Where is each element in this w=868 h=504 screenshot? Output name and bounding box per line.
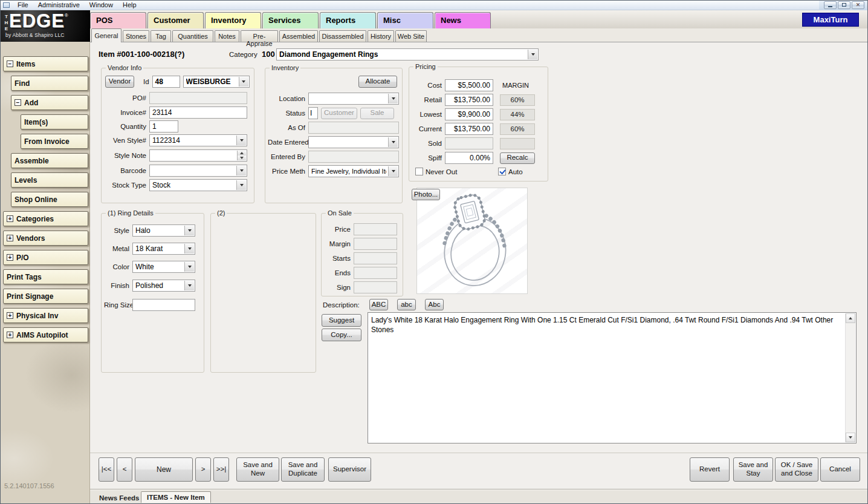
chevron-down-icon[interactable] — [184, 262, 194, 272]
ring-finish-combo[interactable]: Polished — [132, 280, 195, 292]
sidebar-item-items[interactable]: −Items — [3, 56, 88, 71]
lowest-field[interactable]: $9,900.00 — [445, 108, 493, 120]
item-photo[interactable] — [416, 188, 528, 294]
vendor-name-combo[interactable]: WEISBURGE — [183, 76, 250, 88]
menu-window[interactable]: Window — [85, 1, 118, 10]
ring-metal-combo[interactable]: 18 Karat — [132, 243, 195, 255]
chevron-down-icon[interactable] — [528, 50, 537, 59]
cancel-button[interactable]: Cancel — [820, 457, 860, 482]
tab-tag[interactable]: Tag — [151, 30, 171, 42]
description-scrollbar[interactable] — [845, 313, 855, 442]
sidebar-item-find[interactable]: Find — [11, 76, 88, 91]
chevron-down-icon[interactable] — [184, 281, 194, 290]
chevron-down-icon[interactable] — [239, 77, 248, 87]
category-number-field[interactable]: 100 — [262, 50, 275, 59]
nav-tab-inventory[interactable]: Inventory — [205, 12, 261, 28]
price-meth-combo[interactable]: Fine Jewelry, Individual Item — [308, 165, 399, 177]
lowercase-button[interactable]: abc — [397, 299, 416, 310]
last-record-button[interactable]: >>| — [213, 457, 229, 482]
save-and-stay-button[interactable]: Save and Stay — [733, 457, 773, 482]
ring-color-combo[interactable]: White — [132, 261, 195, 273]
tab-general[interactable]: General — [91, 28, 121, 42]
sidebar-item-aims-autopilot[interactable]: +AIMS Autopilot — [3, 327, 88, 342]
nav-tab-services[interactable]: Services — [262, 12, 319, 28]
ven-style-combo[interactable]: 1122314 — [149, 134, 247, 146]
previous-record-button[interactable]: < — [117, 457, 132, 482]
current-field[interactable]: $13,750.00 — [445, 123, 493, 135]
never-out-checkbox[interactable]: Never Out — [415, 168, 457, 175]
spinner-icon[interactable] — [237, 151, 246, 160]
vendor-button[interactable]: Vendor — [105, 76, 134, 88]
sidebar-item-shop-online[interactable]: Shop Online — [11, 192, 88, 207]
status-field[interactable]: I — [308, 107, 318, 119]
status-tab-items-new-item[interactable]: ITEMS - New Item — [141, 491, 211, 503]
ring-size-field[interactable] — [132, 299, 195, 311]
menu-administrative[interactable]: Administrative — [33, 1, 85, 10]
save-and-new-button[interactable]: Save and New — [236, 457, 279, 482]
menu-help[interactable]: Help — [118, 1, 141, 10]
next-record-button[interactable]: > — [195, 457, 211, 482]
close-button[interactable]: ✕ — [852, 1, 864, 9]
ok-save-and-close-button[interactable]: OK / Save and Close — [775, 457, 818, 482]
sidebar-item-vendors[interactable]: +Vendors — [3, 231, 88, 246]
sidebar-item-categories[interactable]: +Categories — [3, 211, 88, 226]
allocate-button[interactable]: Allocate — [358, 76, 397, 88]
recalc-button[interactable]: Recalc — [500, 152, 535, 164]
location-combo[interactable] — [308, 93, 399, 105]
expand-icon[interactable]: + — [7, 235, 13, 241]
sidebar-item-print-tags[interactable]: Print Tags — [3, 269, 88, 284]
supervisor-button[interactable]: Supervisor — [328, 457, 371, 482]
chevron-down-icon[interactable] — [184, 226, 194, 235]
expand-icon[interactable]: + — [7, 332, 13, 338]
chevron-down-icon[interactable] — [236, 180, 246, 190]
invoice-field[interactable]: 23114 — [149, 106, 247, 119]
new-record-button[interactable]: New — [135, 457, 193, 482]
chevron-down-icon[interactable] — [388, 166, 398, 176]
chevron-down-icon[interactable] — [236, 166, 246, 175]
calendar-dropdown-icon[interactable] — [388, 137, 398, 147]
maxiturn-button[interactable]: MaxiTurn — [802, 13, 859, 27]
style-note-field[interactable] — [149, 149, 247, 162]
quantity-field[interactable]: 1 — [149, 120, 178, 133]
restore-button[interactable] — [838, 1, 850, 9]
sidebar-item-from-invoice[interactable]: From Invoice — [21, 134, 88, 149]
uppercase-button[interactable]: ABC — [369, 299, 388, 310]
status-tab-news-feeds[interactable]: News Feeds — [94, 493, 144, 503]
tab-history[interactable]: History — [368, 30, 394, 42]
nav-tab-news[interactable]: News — [435, 12, 491, 28]
photo-button[interactable]: Photo... — [412, 189, 440, 200]
copy-button[interactable]: Copy... — [322, 329, 361, 341]
barcode-combo[interactable] — [149, 165, 247, 177]
expand-icon[interactable]: + — [7, 215, 13, 222]
tab-disassembled[interactable]: Disassembled — [319, 30, 366, 42]
stock-type-combo[interactable]: Stock — [149, 179, 247, 191]
sidebar-item-items-add[interactable]: Item(s) — [21, 114, 88, 129]
menu-file[interactable]: File — [13, 1, 33, 10]
tab-web-site[interactable]: Web Site — [395, 30, 427, 42]
scroll-down-icon[interactable] — [846, 433, 855, 442]
nav-tab-reports[interactable]: Reports — [320, 12, 376, 28]
date-entered-combo[interactable] — [308, 136, 399, 148]
vendor-id-field[interactable]: 48 — [152, 76, 180, 88]
titlecase-button[interactable]: Abc — [425, 299, 444, 310]
nav-tab-misc[interactable]: Misc — [377, 12, 433, 28]
collapse-icon[interactable]: − — [7, 61, 13, 67]
nav-tab-pos[interactable]: POS — [90, 12, 146, 28]
suggest-button[interactable]: Suggest — [322, 314, 361, 327]
sidebar-item-add[interactable]: −Add — [11, 95, 88, 110]
tab-assembled[interactable]: Assembled — [279, 30, 318, 42]
auto-checkbox[interactable]: Auto — [498, 168, 523, 175]
collapse-icon[interactable]: − — [15, 99, 21, 106]
sidebar-item-po[interactable]: +P/O — [3, 250, 88, 265]
sidebar-item-assemble[interactable]: Assemble — [11, 153, 88, 168]
first-record-button[interactable]: |<< — [99, 457, 114, 482]
retail-field[interactable]: $13,750.00 — [445, 94, 493, 106]
cost-field[interactable]: $5,500.00 — [445, 79, 493, 91]
spiff-field[interactable]: 0.00% — [445, 152, 493, 164]
scroll-up-icon[interactable] — [846, 313, 855, 323]
expand-icon[interactable]: + — [7, 312, 13, 319]
revert-button[interactable]: Revert — [690, 457, 730, 482]
expand-icon[interactable]: + — [7, 254, 13, 261]
sidebar-item-physical-inv[interactable]: +Physical Inv — [3, 308, 88, 323]
sidebar-item-levels[interactable]: Levels — [11, 172, 88, 188]
